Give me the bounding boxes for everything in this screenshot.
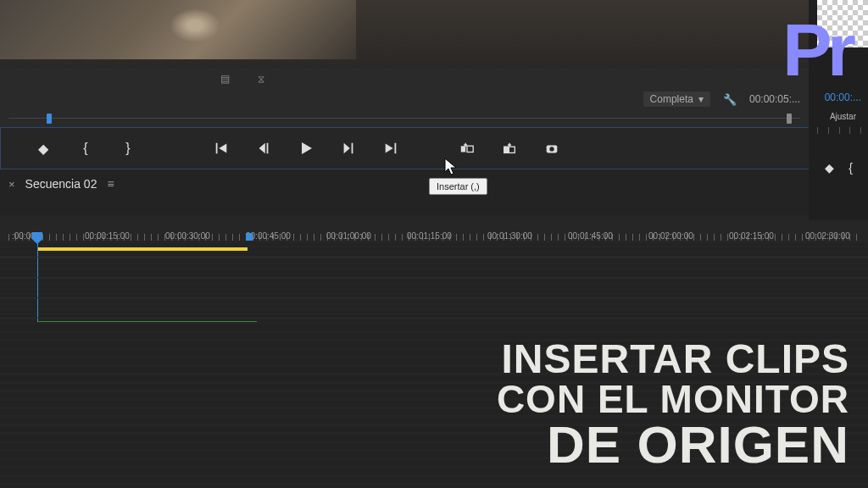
program-marker-icon[interactable]: ◆: [825, 161, 834, 175]
mark-out-button[interactable]: }: [120, 140, 136, 157]
playhead-line: [37, 298, 38, 318]
program-timecode: 00:00:...: [825, 92, 861, 103]
video-thumbnail: [0, 0, 356, 59]
track-row[interactable]: [0, 258, 868, 278]
ruler-label: 00:01:45:00: [568, 231, 613, 241]
ruler-label: 00:02:15:00: [729, 231, 774, 241]
filmstrip-icon: ▤: [220, 73, 232, 83]
svg-rect-0: [461, 146, 465, 152]
program-scrubber-edge: [817, 127, 861, 142]
overlay-line-2: CON EL MONITOR: [497, 380, 849, 419]
resolution-label: Completa: [650, 93, 693, 105]
svg-rect-3: [504, 147, 509, 152]
program-mark-in-icon[interactable]: {: [849, 161, 853, 175]
ruler-label: 00:01:15:00: [407, 231, 452, 241]
scrubber-track: [8, 118, 800, 119]
title-overlay: INSERTAR CLIPS CON EL MONITOR DE ORIGEN: [497, 339, 849, 471]
source-monitor-preview: [0, 0, 868, 68]
ruler-label: 00:01:00:00: [326, 231, 371, 241]
in-point-marker[interactable]: [47, 114, 52, 124]
close-tab-icon[interactable]: ×: [8, 178, 15, 191]
track-row[interactable]: [0, 278, 868, 298]
mouse-cursor: [444, 158, 459, 180]
playhead-line: [37, 278, 38, 297]
mark-in-button[interactable]: {: [77, 140, 94, 157]
resolution-row: Completa ▾ 🔧 00:00:05:...: [0, 88, 868, 110]
ruler-label: 00:02:00:00: [648, 231, 693, 241]
resolution-dropdown[interactable]: Completa ▾: [643, 92, 710, 107]
transport-controls: ◆ { } +: [0, 127, 868, 169]
ruler-label: 00:00:30:00: [165, 231, 210, 241]
go-to-in-button[interactable]: [213, 140, 230, 157]
timeline-ruler[interactable]: :00:00 00:00:15:00 00:00:30:00 00:00:45:…: [0, 215, 868, 241]
track-row[interactable]: [0, 241, 868, 258]
ruler-label: 00:02:30:00: [805, 231, 850, 241]
sequence-tab-name[interactable]: Secuencia 02: [25, 177, 97, 191]
step-forward-button[interactable]: [340, 140, 357, 157]
playhead-line: [37, 258, 38, 277]
out-point-marker[interactable]: [787, 114, 792, 124]
add-marker-button[interactable]: ◆: [35, 140, 52, 157]
chevron-down-icon: ▾: [698, 93, 704, 105]
insert-button[interactable]: [459, 140, 476, 157]
ruler-label: :00:00: [12, 231, 36, 241]
tab-menu-icon[interactable]: ≡: [107, 177, 114, 191]
ruler-label: 00:01:30:00: [487, 231, 532, 241]
svg-rect-1: [467, 146, 473, 152]
ruler-label: 00:00:15:00: [85, 231, 130, 241]
insert-tooltip: Insertar (,): [429, 178, 487, 195]
source-scrubber[interactable]: [0, 110, 868, 127]
wrench-icon[interactable]: 🔧: [723, 93, 737, 106]
go-to-out-button[interactable]: [382, 140, 399, 157]
overwrite-button[interactable]: [501, 140, 518, 157]
step-back-button[interactable]: [255, 140, 272, 157]
fit-label[interactable]: Ajustar: [830, 112, 856, 121]
marker-icon-row: ▤ ⧖: [0, 68, 868, 88]
overlay-line-3: DE ORIGEN: [497, 419, 849, 471]
timecode-display: 00:00:05:...: [749, 93, 800, 105]
play-button[interactable]: [298, 140, 314, 157]
export-frame-button[interactable]: [543, 140, 560, 157]
work-area-bar[interactable]: [37, 247, 248, 251]
waveform-icon: ⧖: [258, 73, 270, 83]
premiere-logo: Pr: [782, 7, 851, 93]
overlay-line-1: INSERTAR CLIPS: [497, 339, 849, 380]
svg-point-5: [549, 147, 554, 151]
track-row[interactable]: [0, 298, 868, 319]
